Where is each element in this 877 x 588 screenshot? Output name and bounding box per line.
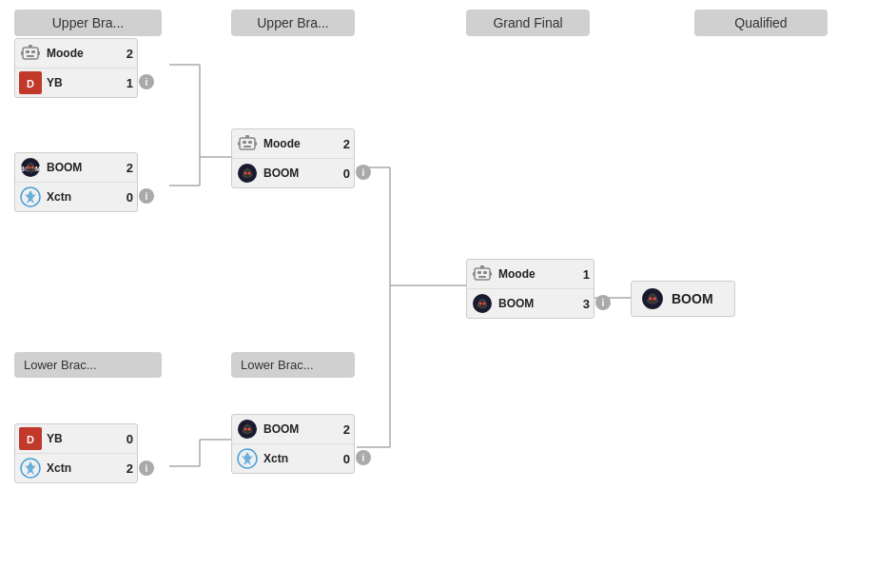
team-name-yb-ub-r1: YB <box>47 76 120 89</box>
team-name-yb-lb-r1: YB <box>47 432 120 445</box>
team-score-moode-gf: 1 <box>576 267 590 282</box>
team-score-boom-ub-r2: 0 <box>337 167 350 181</box>
team-name-moode-gf: Moode <box>498 267 576 281</box>
team-name-xctn-lb-r1: Xctn <box>47 461 120 475</box>
team-name-boom-ub-r1: BOOM <box>47 161 120 174</box>
svg-rect-34 <box>244 146 251 147</box>
svg-point-59 <box>248 428 251 431</box>
logo-xctn-ub-r1 <box>19 186 42 208</box>
info-badge-ub-r2-m1[interactable]: i <box>356 165 371 180</box>
svg-point-27 <box>31 167 34 169</box>
match-lb-r2-m1: BOOM 2 Xctn 0 <box>231 414 355 474</box>
info-badge-ub-r1-m2[interactable]: i <box>139 188 154 204</box>
logo-yb-lb-r1: D <box>19 427 42 450</box>
team-score-yb-lb-r1: 0 <box>120 432 133 446</box>
team-name-boom-ub-r2: BOOM <box>263 167 337 180</box>
logo-boom-winner <box>641 287 664 310</box>
svg-point-58 <box>244 428 247 431</box>
info-badge-lb-r2-m1[interactable]: i <box>356 450 371 465</box>
svg-point-26 <box>28 167 30 169</box>
svg-rect-19 <box>27 55 34 57</box>
info-badge-lb-r1-m1[interactable]: i <box>139 461 154 476</box>
match-row-boom-lb-r2: BOOM 2 <box>232 415 354 444</box>
match-ub-r2-m1: Moode 2 BOOM 0 <box>231 128 355 188</box>
match-row-xctn-lb-r2: Xctn 0 <box>232 444 354 473</box>
info-badge-ub-r1-m1[interactable]: i <box>139 74 154 89</box>
team-score-xctn-lb-r1: 2 <box>120 461 133 476</box>
svg-rect-14 <box>23 48 38 59</box>
team-score-boom-ub-r1: 2 <box>120 161 133 175</box>
svg-rect-47 <box>490 272 492 276</box>
logo-boom-gf <box>471 292 494 315</box>
winner-box: BOOM <box>631 281 735 317</box>
match-row-boom-ub-r2: BOOM 0 <box>232 159 354 187</box>
svg-point-38 <box>244 172 247 175</box>
svg-text:D: D <box>27 78 34 89</box>
header-grand-final: Grand Final <box>466 10 590 36</box>
svg-rect-35 <box>238 142 240 146</box>
team-score-xctn-ub-r1: 0 <box>120 190 133 205</box>
logo-xctn-lb-r1 <box>19 457 42 480</box>
match-row-moode-gf: Moode 1 <box>467 260 594 289</box>
team-name-xctn-lb-r2: Xctn <box>263 452 337 465</box>
svg-point-52 <box>649 297 652 300</box>
match-ub-r1-m2: BOOM BOOM 2 Xctn 0 <box>14 152 138 212</box>
svg-rect-16 <box>31 50 35 53</box>
svg-rect-15 <box>26 50 29 53</box>
team-name-moode-ub-r1: Moode <box>47 47 120 60</box>
match-row-moode-ub-r2: Moode 2 <box>232 129 354 159</box>
svg-rect-30 <box>243 141 246 144</box>
svg-rect-46 <box>473 272 475 276</box>
team-name-boom-lb-r2: BOOM <box>263 422 337 436</box>
svg-rect-20 <box>21 51 23 55</box>
winner-name: BOOM <box>672 291 725 306</box>
match-lb-r1-m1: D YB 0 Xctn 2 <box>14 423 138 483</box>
logo-boom-ub-r2 <box>236 162 259 185</box>
team-name-moode-ub-r2: Moode <box>263 137 337 150</box>
svg-rect-29 <box>240 138 255 149</box>
header-qualified: Qualified <box>694 10 828 36</box>
team-score-xctn-lb-r2: 0 <box>337 452 350 466</box>
svg-rect-31 <box>248 141 252 144</box>
match-grand-final: Moode 1 BOOM 3 <box>466 259 594 319</box>
team-score-moode-ub-r1: 2 <box>120 47 133 61</box>
logo-yb-ub-r1: D <box>19 71 42 94</box>
match-row-boom-gf: BOOM 3 <box>467 289 594 318</box>
bracket-container: Upper Bra... Upper Bra... Grand Final Qu… <box>0 0 877 588</box>
svg-rect-45 <box>478 276 486 278</box>
logo-boom-lb-r2 <box>236 418 259 441</box>
header-lower-bracket-r2: Lower Brac... <box>231 352 355 378</box>
logo-boom-ub-r1: BOOM <box>19 156 42 179</box>
header-lower-bracket-r1: Lower Brac... <box>14 352 162 378</box>
header-upper-bracket-r1: Upper Bra... <box>14 10 162 36</box>
logo-moode-ub-r1 <box>19 42 42 65</box>
svg-point-49 <box>479 303 482 305</box>
team-name-boom-gf: BOOM <box>498 297 576 310</box>
svg-point-50 <box>483 303 486 305</box>
svg-text:D: D <box>27 434 34 445</box>
svg-rect-36 <box>255 142 257 146</box>
team-score-boom-gf: 3 <box>576 297 590 311</box>
match-row-yb-ub-r1: D YB 1 <box>15 69 137 97</box>
svg-rect-41 <box>477 271 481 274</box>
match-row-xctn-ub-r1: Xctn 0 <box>15 183 137 211</box>
team-score-yb-ub-r1: 1 <box>120 76 133 90</box>
info-badge-grand-final[interactable]: i <box>595 295 611 310</box>
match-ub-r1-m1: Moode 2 D YB 1 <box>14 38 138 98</box>
match-row-boom-ub-r1: BOOM BOOM 2 <box>15 153 137 183</box>
match-row-yb-lb-r1: D YB 0 <box>15 424 137 454</box>
match-row-xctn-lb-r1: Xctn 2 <box>15 454 137 482</box>
team-name-xctn-ub-r1: Xctn <box>47 190 120 204</box>
svg-rect-40 <box>475 268 490 280</box>
match-row-moode-ub-r1: Moode 2 <box>15 39 137 69</box>
header-upper-bracket-r2: Upper Bra... <box>231 10 355 36</box>
team-score-moode-ub-r2: 2 <box>337 137 350 151</box>
logo-xctn-lb-r2 <box>236 447 259 470</box>
svg-rect-42 <box>483 271 487 274</box>
logo-moode-ub-r2 <box>236 132 259 155</box>
svg-point-53 <box>653 297 656 300</box>
svg-rect-21 <box>38 51 40 55</box>
svg-point-39 <box>248 172 251 175</box>
team-score-boom-lb-r2: 2 <box>337 422 350 437</box>
logo-moode-gf <box>471 263 494 285</box>
